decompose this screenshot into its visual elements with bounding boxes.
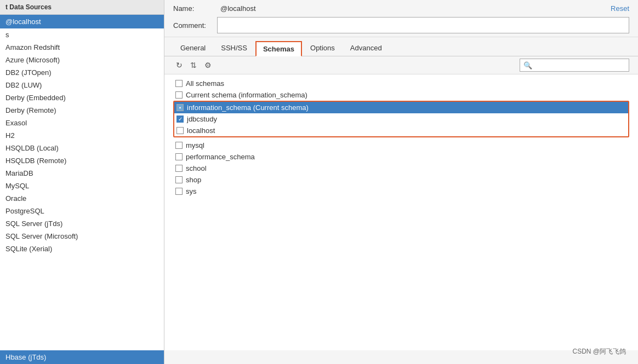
tab-ssh[interactable]: SSH/SS [214, 41, 254, 56]
shop-checkbox[interactable] [175, 176, 183, 183]
schema-row-shop[interactable]: shop [173, 174, 629, 186]
sys-label: sys [186, 187, 197, 195]
schema-row-info-schema[interactable]: ▪ information_schema (Current schema) [174, 102, 628, 113]
section-content: ↻ ⇅ ⚙ 🔍 All schemas Current schema (info… [164, 56, 638, 350]
info-schema-label: information_schema (Current schema) [187, 103, 309, 112]
watermark: CSDN @阿飞飞鸽 [159, 345, 633, 359]
sidebar-item-9[interactable]: HSQLDB (Local) [0, 142, 164, 154]
schema-list: All schemas Current schema (information_… [164, 74, 638, 350]
filter-icon[interactable]: ⚙ [202, 59, 214, 71]
schema-all-schemas[interactable]: All schemas [173, 78, 629, 89]
sidebar-title: t Data Sources [0, 0, 164, 15]
comment-row: Comment: [173, 17, 629, 33]
schema-row-jdbcstudy[interactable]: ✓ jdbcstudy [174, 113, 628, 125]
sidebar-item-14[interactable]: PostgreSQL [0, 205, 164, 217]
sidebar-item-8[interactable]: H2 [0, 129, 164, 142]
schema-row-performance[interactable]: performance_schema [173, 151, 629, 163]
name-label: Name: [173, 4, 217, 13]
sidebar-items-list: sAmazon RedshiftAzure (Microsoft)DB2 (JT… [0, 28, 164, 350]
current-schema-checkbox[interactable] [175, 91, 183, 99]
collapse-icon[interactable]: ⇅ [187, 59, 200, 71]
sidebar-selected-bottom[interactable]: Hbase (jTds) [0, 350, 164, 364]
sidebar-item-7[interactable]: Exasol [0, 117, 164, 129]
sidebar-item-12[interactable]: MySQL [0, 180, 164, 192]
tabs-bar: General SSH/SS Schemas Options Advanced [164, 37, 638, 56]
performance-label: performance_schema [186, 153, 255, 161]
sidebar-item-16[interactable]: SQL Server (Microsoft) [0, 230, 164, 242]
all-schemas-label: All schemas [186, 79, 224, 88]
schema-current-schema[interactable]: Current schema (information_schema) [173, 89, 629, 101]
sidebar-item-4[interactable]: DB2 (LUW) [0, 79, 164, 91]
jdbcstudy-label: jdbcstudy [187, 115, 217, 123]
info-schema-checkbox[interactable]: ▪ [176, 104, 184, 111]
search-input[interactable] [534, 61, 625, 69]
main-panel: Name: @localhost Reset Comment: General … [164, 0, 638, 364]
tab-schemas[interactable]: Schemas [255, 41, 302, 56]
school-checkbox[interactable] [175, 165, 183, 172]
sidebar-item-17[interactable]: SQLite (Xerial) [0, 242, 164, 255]
schema-row-mysql[interactable]: mysql [173, 140, 629, 151]
tab-options[interactable]: Options [303, 41, 342, 56]
reset-link[interactable]: Reset [611, 4, 629, 13]
sidebar-item-6[interactable]: Derby (Remote) [0, 104, 164, 117]
sidebar-item-1[interactable]: Amazon Redshift [0, 41, 164, 54]
mysql-checkbox[interactable] [175, 142, 183, 149]
shop-label: shop [186, 176, 201, 184]
comment-input[interactable] [217, 17, 629, 33]
name-row: Name: @localhost Reset [173, 3, 629, 14]
localhost-checkbox[interactable] [176, 127, 184, 134]
sidebar-item-2[interactable]: Azure (Microsoft) [0, 54, 164, 66]
performance-checkbox[interactable] [175, 153, 183, 160]
refresh-icon[interactable]: ↻ [173, 59, 185, 71]
search-box[interactable]: 🔍 [520, 59, 629, 72]
tab-general[interactable]: General [173, 41, 213, 56]
sidebar-selected-top[interactable]: @localhost [0, 15, 164, 28]
tab-advanced[interactable]: Advanced [343, 41, 389, 56]
search-icon: 🔍 [523, 61, 532, 70]
comment-label: Comment: [173, 21, 217, 30]
form-area: Name: @localhost Reset Comment: [164, 0, 638, 37]
sidebar-item-11[interactable]: MariaDB [0, 167, 164, 180]
sidebar-item-5[interactable]: Derby (Embedded) [0, 91, 164, 104]
sidebar-item-10[interactable]: HSQLDB (Remote) [0, 154, 164, 167]
schema-row-school[interactable]: school [173, 163, 629, 174]
all-schemas-checkbox[interactable] [175, 80, 183, 87]
school-label: school [186, 164, 207, 172]
highlight-box: ▪ information_schema (Current schema) ✓ … [173, 101, 629, 137]
sidebar-item-3[interactable]: DB2 (JTOpen) [0, 66, 164, 79]
jdbcstudy-checkbox[interactable]: ✓ [176, 115, 184, 123]
name-value: @localhost [217, 3, 606, 14]
sidebar: t Data Sources @localhost sAmazon Redshi… [0, 0, 164, 364]
sidebar-item-0[interactable]: s [0, 28, 164, 41]
sys-checkbox[interactable] [175, 188, 183, 195]
schemas-toolbar: ↻ ⇅ ⚙ 🔍 [164, 56, 638, 74]
localhost-label: localhost [187, 126, 215, 135]
mysql-label: mysql [186, 141, 204, 149]
schema-row-sys[interactable]: sys [173, 186, 629, 197]
schema-row-localhost[interactable]: localhost [174, 125, 628, 136]
sidebar-item-15[interactable]: SQL Server (jTds) [0, 217, 164, 230]
sidebar-item-13[interactable]: Oracle [0, 192, 164, 205]
current-schema-label: Current schema (information_schema) [186, 91, 307, 99]
